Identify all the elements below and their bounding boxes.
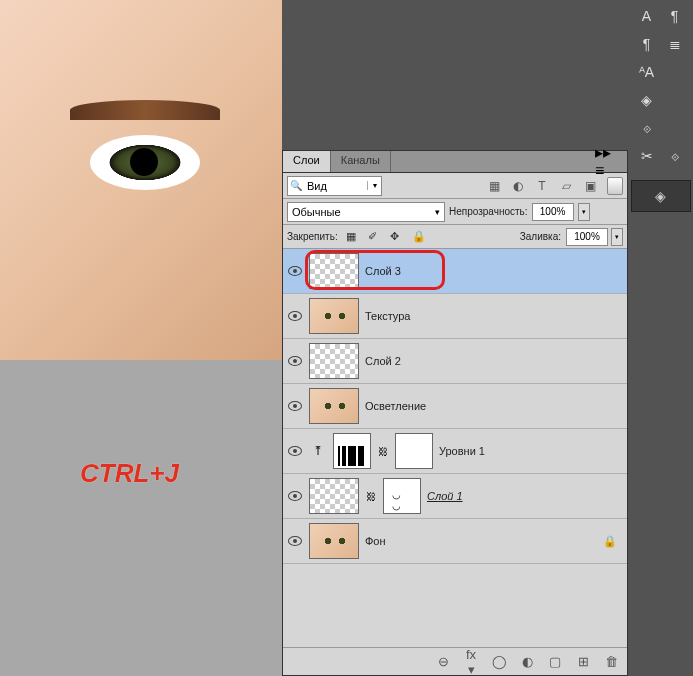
lock-fill-row: Закрепить: ▦ ✐ ✥ 🔒 Заливка: 100% ▾ [283,225,627,249]
layer-name[interactable]: Уровни 1 [439,445,485,457]
layer-name[interactable]: Слой 3 [365,265,401,277]
shortcut-annotation: CTRL+J [80,458,179,489]
blend-opacity-row: Обычные Непрозрачность: 100% ▾ [283,199,627,225]
link-layers-icon[interactable]: ⊖ [435,654,451,669]
eye-icon [288,266,302,276]
eye-icon [288,401,302,411]
link-icon[interactable]: ⛓ [365,491,377,502]
layer-name[interactable]: Слой 2 [365,355,401,367]
opacity-label: Непрозрачность: [449,206,528,217]
blank-icon [661,88,689,112]
filter-kind-select[interactable]: 🔍 Вид ▾ [287,176,382,196]
panel-tabs: Слои Каналы ▸▸ ≡ [283,151,627,173]
filter-type-icon[interactable]: T [533,177,551,195]
eye-icon [288,491,302,501]
blend-mode-select[interactable]: Обычные [287,202,445,222]
swatch-icon[interactable]: ⟐ [633,116,661,140]
visibility-toggle[interactable] [287,443,303,459]
visibility-toggle[interactable] [287,308,303,324]
layers-dock-button[interactable]: ◈ [631,180,691,212]
layer-name[interactable]: Слой 1 [427,490,463,502]
blank-icon [661,60,689,84]
lock-icon: 🔒 [603,535,617,548]
paragraph-panel-icon[interactable]: ¶ [661,4,689,28]
mask-thumbnail[interactable] [383,478,421,514]
blank-icon [661,116,689,140]
character-panel-icon[interactable]: A [633,4,661,28]
canvas-area: CTRL+J [0,0,282,676]
mask-thumbnail[interactable] [395,433,433,469]
eye-icon [288,311,302,321]
panel-menu-button[interactable]: ▸▸ ≡ [595,153,623,169]
visibility-toggle[interactable] [287,533,303,549]
document-image[interactable] [0,0,282,360]
paragraph2-icon[interactable]: ¶ [633,32,661,56]
fill-dropdown[interactable]: ▾ [611,228,623,246]
layer-row[interactable]: Слой 2 [283,339,627,384]
fx-icon[interactable]: fx ▾ [463,647,479,677]
lock-transparent-icon[interactable]: ▦ [346,230,360,244]
layer-list: Слой 3 Текстура Слой 2 Осветление ⤒ [283,249,627,564]
chevron-down-icon: ▾ [367,181,381,190]
layer-row[interactable]: ⛓ Слой 1 [283,474,627,519]
fill-value[interactable]: 100% [566,228,608,246]
eye-icon [288,356,302,366]
opacity-value[interactable]: 100% [532,203,574,221]
eye-image-content [60,120,240,210]
layer-row-selected[interactable]: Слой 3 [283,249,627,294]
new-layer-icon[interactable]: ⊞ [575,654,591,669]
layer-thumbnail[interactable] [309,253,359,289]
clip-icon: ⤒ [309,442,327,460]
visibility-toggle[interactable] [287,398,303,414]
lock-position-icon[interactable]: ✥ [390,230,404,244]
layers-panel: Слои Каналы ▸▸ ≡ 🔍 Вид ▾ ▦ ◐ T ▱ ▣ Обычн… [282,150,628,676]
filter-adjust-icon[interactable]: ◐ [509,177,527,195]
link-icon[interactable]: ⛓ [377,446,389,457]
layer-name[interactable]: Осветление [365,400,426,412]
lock-pixels-icon[interactable]: ✐ [368,230,382,244]
panel-column: Слои Каналы ▸▸ ≡ 🔍 Вид ▾ ▦ ◐ T ▱ ▣ Обычн… [282,0,628,676]
new-group-icon[interactable]: ▢ [547,654,563,669]
layer-row-background[interactable]: Фон 🔒 [283,519,627,564]
cube-icon[interactable]: ◈ [633,88,661,112]
layer-row[interactable]: Осветление [283,384,627,429]
adjustment-thumbnail[interactable] [333,433,371,469]
tab-channels[interactable]: Каналы [331,151,391,172]
layer-thumbnail[interactable] [309,298,359,334]
lock-label: Закрепить: [287,231,338,242]
layer-name[interactable]: Фон [365,535,386,547]
fill-label: Заливка: [520,231,561,242]
swatch2-icon[interactable]: ⟐ [661,144,689,168]
add-mask-icon[interactable]: ◯ [491,654,507,669]
scissors-icon[interactable]: ✂ [633,144,661,168]
visibility-toggle[interactable] [287,353,303,369]
layer-thumbnail[interactable] [309,388,359,424]
search-icon: 🔍 [288,180,304,191]
char-styles-icon[interactable]: ᴬA [633,60,661,84]
layer-row[interactable]: Текстура [283,294,627,339]
tab-layers[interactable]: Слои [283,151,331,172]
lock-all-icon[interactable]: 🔒 [412,230,426,244]
eye-icon [288,446,302,456]
filter-type-icons: ▦ ◐ T ▱ ▣ [485,177,599,195]
filter-shape-icon[interactable]: ▱ [557,177,575,195]
layer-name[interactable]: Текстура [365,310,410,322]
visibility-toggle[interactable] [287,263,303,279]
layer-thumbnail[interactable] [309,343,359,379]
layers-bottom-bar: ⊖ fx ▾ ◯ ◐ ▢ ⊞ 🗑 [283,647,627,675]
filter-pixel-icon[interactable]: ▦ [485,177,503,195]
layer-filter-row: 🔍 Вид ▾ ▦ ◐ T ▱ ▣ [283,173,627,199]
visibility-toggle[interactable] [287,488,303,504]
styles-panel-icon[interactable]: ≣ [661,32,689,56]
opacity-dropdown[interactable]: ▾ [578,203,590,221]
eye-icon [288,536,302,546]
filter-kind-label: Вид [304,180,367,192]
layer-row-adjustment[interactable]: ⤒ ⛓ Уровни 1 [283,429,627,474]
new-adjustment-icon[interactable]: ◐ [519,654,535,669]
right-tool-dock: A ¶ ¶ ≣ ᴬA ◈ ⟐ ✂ ⟐ ◈ [628,0,693,676]
layer-thumbnail[interactable] [309,478,359,514]
layer-thumbnail[interactable] [309,523,359,559]
trash-icon[interactable]: 🗑 [603,654,619,669]
